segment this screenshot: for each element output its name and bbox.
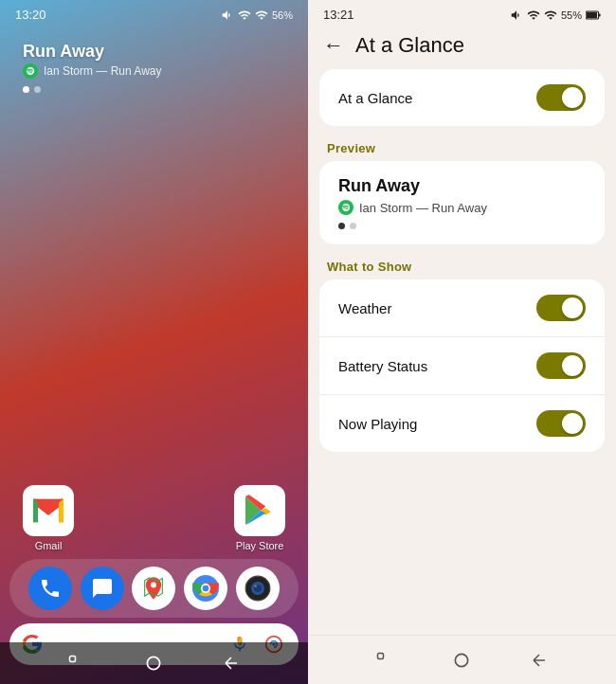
now-playing-subtitle: Ian Storm — Run Away	[44, 64, 162, 78]
right-status-icons: 55%	[510, 9, 601, 22]
right-home-icon	[452, 651, 471, 670]
left-nav-bar	[0, 642, 308, 684]
messages-icon	[91, 577, 114, 600]
settings-content: At a Glance Preview Run Away Ian Storm —…	[308, 69, 616, 635]
preview-spotify-icon	[338, 200, 353, 215]
nav-home[interactable]	[143, 653, 164, 674]
right-signal-icon	[544, 9, 557, 22]
gmail-label: Gmail	[35, 540, 63, 551]
wifi-icon	[238, 9, 251, 22]
left-panel: 13:20 56% Run Away Ian Storm — Run Away	[0, 0, 308, 684]
app-icons-area: Gmail Play Store	[0, 485, 308, 551]
playstore-icon	[234, 485, 285, 536]
at-a-glance-toggle-knob	[562, 87, 583, 108]
now-playing-toggle-knob	[562, 413, 583, 434]
mute-icon	[221, 9, 234, 22]
battery-row: Battery Status	[319, 337, 605, 395]
now-playing-row: Now Playing	[319, 395, 605, 452]
battery-toggle-knob	[562, 355, 583, 376]
right-back-icon	[531, 652, 548, 669]
weather-toggle[interactable]	[536, 295, 586, 321]
right-header: ← At a Glance	[308, 26, 616, 69]
svg-point-12	[148, 657, 160, 669]
weather-toggle-knob	[562, 297, 583, 318]
svg-point-8	[254, 585, 256, 587]
playstore-app[interactable]: Play Store	[234, 485, 285, 551]
left-status-bar: 13:20 56%	[0, 0, 308, 26]
dock-messages[interactable]	[81, 567, 124, 610]
at-a-glance-row: At a Glance	[319, 69, 605, 126]
dot-active	[23, 86, 29, 93]
now-playing-widget: Run Away Ian Storm — Run Away	[11, 34, 297, 100]
weather-row: Weather	[319, 279, 605, 337]
right-nav-bar	[308, 635, 616, 684]
right-wifi-icon	[527, 9, 540, 22]
back-button[interactable]: ←	[323, 33, 344, 58]
right-battery: 55%	[561, 9, 582, 21]
dock-maps[interactable]	[132, 567, 175, 610]
right-nav-recents[interactable]	[374, 650, 395, 671]
weather-label: Weather	[338, 300, 391, 316]
now-playing-toggle[interactable]	[536, 410, 586, 437]
right-nav-home[interactable]	[451, 650, 472, 671]
at-a-glance-toggle[interactable]	[536, 84, 586, 111]
now-playing-sub: Ian Storm — Run Away	[23, 63, 285, 79]
preview-dot-2	[350, 223, 356, 229]
nav-recents[interactable]	[66, 653, 87, 674]
preview-card: Run Away Ian Storm — Run Away	[319, 161, 605, 244]
dock-chrome[interactable]	[184, 567, 227, 610]
right-battery-icon	[586, 10, 601, 20]
dock-camera[interactable]	[236, 567, 280, 610]
gmail-icon	[23, 485, 74, 536]
now-playing-label: Now Playing	[338, 416, 417, 432]
chrome-icon	[192, 575, 219, 602]
what-to-show-label: What to Show	[319, 248, 605, 279]
camera-icon	[245, 575, 271, 602]
svg-rect-15	[599, 13, 601, 16]
dock	[9, 559, 299, 618]
battery-toggle[interactable]	[536, 352, 586, 379]
signal-icon	[255, 9, 268, 22]
dot-inactive	[34, 86, 41, 93]
gmail-logo	[33, 498, 63, 523]
nav-back[interactable]	[221, 653, 242, 674]
page-title: At a Glance	[355, 33, 464, 58]
preview-song-title: Run Away	[338, 176, 586, 196]
home-icon	[144, 654, 163, 673]
svg-point-17	[456, 654, 468, 666]
maps-icon	[140, 575, 167, 602]
gmail-app[interactable]: Gmail	[23, 485, 74, 551]
left-time: 13:20	[15, 8, 46, 22]
svg-rect-16	[377, 653, 383, 658]
now-playing-title: Run Away	[23, 42, 285, 62]
svg-point-0	[152, 583, 157, 588]
right-nav-back[interactable]	[529, 650, 550, 671]
at-a-glance-label: At a Glance	[338, 90, 412, 106]
preview-song-sub: Ian Storm — Run Away	[338, 200, 586, 215]
svg-rect-11	[69, 657, 75, 662]
svg-rect-14	[587, 11, 597, 17]
preview-section-label: Preview	[319, 130, 605, 161]
at-a-glance-card: At a Glance	[319, 69, 605, 126]
dock-phone[interactable]	[28, 567, 72, 610]
left-battery: 56%	[272, 9, 293, 21]
svg-point-4	[203, 585, 209, 592]
preview-dots	[338, 223, 586, 229]
preview-song-subtitle: Ian Storm — Run Away	[359, 201, 487, 215]
spotify-icon	[23, 63, 38, 79]
dots-indicator	[23, 86, 285, 93]
preview-dot-1	[338, 223, 345, 229]
right-time: 13:21	[323, 8, 354, 22]
battery-label: Battery Status	[338, 358, 427, 374]
right-status-bar: 13:21 55%	[308, 0, 616, 26]
back-icon	[223, 655, 240, 672]
right-recents-icon	[376, 652, 393, 669]
left-status-icons: 56%	[221, 9, 293, 22]
playstore-label: Play Store	[236, 540, 284, 551]
phone-icon	[39, 577, 62, 600]
playstore-logo	[245, 495, 274, 527]
right-panel: 13:21 55% ← At a Glance At a Glance	[308, 0, 616, 684]
recents-icon	[68, 655, 85, 672]
right-mute-icon	[510, 9, 523, 22]
what-to-show-card: Weather Battery Status Now Playing	[319, 279, 605, 452]
